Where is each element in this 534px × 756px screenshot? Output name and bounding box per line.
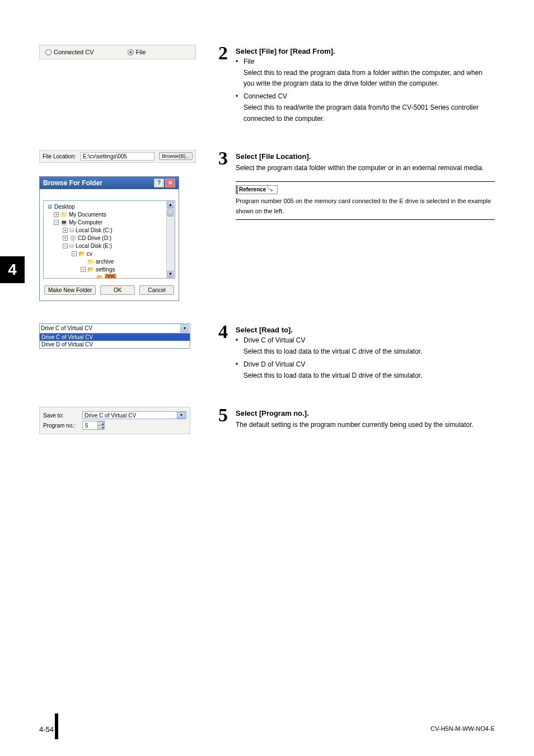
tree-desktop[interactable]: Desktop xyxy=(54,203,75,211)
save-to-panel: Save to: Drive C of Virtual CV ▾ Program… xyxy=(39,407,190,434)
reference-text: Program number 005 on the memory card co… xyxy=(236,196,495,216)
reference-arrow-icon xyxy=(267,186,275,194)
tree-drive-c[interactable]: Local Disk (C:) xyxy=(76,227,113,234)
footer-bar-icon xyxy=(55,713,58,739)
bullet-drive-c-name: Drive C of Virtual CV xyxy=(243,336,495,344)
tree-scrollbar[interactable]: ▲ ▼ xyxy=(166,201,175,278)
step-number-5: 5 xyxy=(218,407,228,434)
bullet-cv-desc: Select this to read/write the program da… xyxy=(243,102,495,124)
cd-icon: 💿 xyxy=(69,234,76,242)
step-5-row: Save to: Drive C of Virtual CV ▾ Program… xyxy=(39,407,495,434)
doc-id: CV-H5N-M-WW-NO4-E xyxy=(430,725,495,734)
expand-icon[interactable]: + xyxy=(63,228,68,233)
ok-button[interactable]: OK xyxy=(100,285,135,295)
step-4-row: Drive C of Virtual CV ▾ Drive C of Virtu… xyxy=(39,323,495,384)
step-number-3: 3 xyxy=(218,150,228,301)
dialog-titlebar: Browse For Folder ? ✕ xyxy=(40,177,179,189)
drive-icon: ⛁ xyxy=(69,227,74,234)
read-to-dropdown[interactable]: Drive C of Virtual CV ▾ Drive C of Virtu… xyxy=(39,323,190,349)
file-location-input[interactable]: E:\cv\settings\005 xyxy=(81,152,154,161)
collapse-icon[interactable]: − xyxy=(63,243,68,248)
reference-box: Reference Program number 005 on the memo… xyxy=(236,181,495,220)
step-2-row: Connected CV File 2 Select [File] for [R… xyxy=(39,45,495,128)
save-to-value: Drive C of Virtual CV xyxy=(85,412,136,419)
dropdown-current: Drive C of Virtual CV xyxy=(41,325,92,331)
bullet-dot: • xyxy=(236,336,243,344)
scroll-thumb[interactable] xyxy=(167,209,174,217)
step-number-2: 2 xyxy=(218,45,228,128)
cancel-button[interactable]: Cancel xyxy=(139,285,174,295)
bullet-drive-d-desc: Select this to load data to the virtual … xyxy=(243,370,495,381)
dialog-title: Browse For Folder xyxy=(43,179,102,187)
chevron-down-icon[interactable]: ▾ xyxy=(180,325,189,332)
collapse-icon[interactable]: − xyxy=(72,251,77,256)
drive-icon: ⛁ xyxy=(69,242,74,250)
tree-settings[interactable]: settings xyxy=(96,266,115,274)
expand-icon[interactable]: + xyxy=(54,212,59,217)
folder-open-icon: 📂 xyxy=(78,250,85,258)
bullet-drive-c-desc: Select this to load data to the virtual … xyxy=(243,346,495,357)
make-new-folder-button[interactable]: Make New Folder xyxy=(44,285,96,295)
tree-mycomp[interactable]: My Computer xyxy=(69,219,102,227)
spin-up-icon[interactable]: ▴ xyxy=(97,421,104,425)
radio-connected-cv[interactable]: Connected CV xyxy=(45,49,94,55)
radio-label-connected-cv: Connected CV xyxy=(54,49,94,55)
folder-icon: 📁 xyxy=(60,211,67,219)
help-icon[interactable]: ? xyxy=(154,179,164,187)
step-2-title: Select [File] for [Read From]. xyxy=(236,47,495,55)
tree-mydocs[interactable]: My Documents xyxy=(69,211,106,219)
bullet-cv-name: Connected CV xyxy=(243,92,495,100)
tree-cv[interactable]: cv xyxy=(87,250,92,258)
scroll-up-icon[interactable]: ▲ xyxy=(167,201,174,208)
read-from-radio-panel: Connected CV File xyxy=(39,45,196,59)
save-to-select[interactable]: Drive C of Virtual CV ▾ xyxy=(82,411,186,419)
dropdown-option-drive-d[interactable]: Drive D of Virtual CV xyxy=(40,341,190,348)
tree-drive-d[interactable]: CD Drive (D:) xyxy=(78,234,111,242)
radio-label-file: File xyxy=(136,49,146,55)
file-location-row: File Location: E:\cv\settings\005 Browse… xyxy=(39,150,196,163)
page-number: 4-54 xyxy=(39,725,54,734)
program-no-value: 5 xyxy=(85,422,88,429)
program-no-spinner[interactable]: 5 ▴ ▾ xyxy=(82,421,105,430)
browse-folder-dialog: Browse For Folder ? ✕ 🖥 Desktop +📁 My Do… xyxy=(39,176,179,301)
radio-icon-checked xyxy=(128,49,134,55)
tree-selected-005[interactable]: 005 xyxy=(105,274,116,279)
tree-archive[interactable]: archive xyxy=(96,258,114,266)
collapse-icon[interactable]: − xyxy=(81,267,86,272)
reference-label: Reference xyxy=(236,185,278,194)
bullet-file-desc: Select this to read the program data fro… xyxy=(243,68,495,89)
program-no-label: Program no.: xyxy=(43,422,77,429)
browse-button[interactable]: Browse(B)... xyxy=(159,152,193,160)
folder-open-icon: 📂 xyxy=(87,266,94,274)
step-4-title: Select [Read to]. xyxy=(236,326,495,334)
bullet-drive-d-name: Drive D of Virtual CV xyxy=(243,360,495,368)
bullet-dot: • xyxy=(236,92,243,100)
bullet-file-name: File xyxy=(243,58,495,65)
step-5-desc: The default setting is the program numbe… xyxy=(236,420,495,430)
step-3-row: File Location: E:\cv\settings\005 Browse… xyxy=(39,150,495,301)
scroll-down-icon[interactable]: ▼ xyxy=(167,271,174,278)
computer-icon: 💻 xyxy=(60,219,67,227)
file-location-label: File Location: xyxy=(43,153,76,159)
close-icon[interactable]: ✕ xyxy=(165,179,175,187)
step-3-desc: Select the program data folder within th… xyxy=(236,163,495,173)
chevron-down-icon[interactable]: ▾ xyxy=(177,412,185,419)
folder-icon: 📁 xyxy=(87,258,94,266)
collapse-icon[interactable]: − xyxy=(54,220,59,225)
expand-icon[interactable]: + xyxy=(63,236,68,241)
radio-icon-unchecked xyxy=(45,49,51,55)
save-to-label: Save to: xyxy=(43,412,77,419)
step-number-4: 4 xyxy=(218,323,228,384)
bullet-dot: • xyxy=(236,360,243,368)
dropdown-option-drive-c[interactable]: Drive C of Virtual CV xyxy=(40,334,190,341)
step-5-title: Select [Program no.]. xyxy=(236,409,495,417)
folder-tree[interactable]: 🖥 Desktop +📁 My Documents −💻 My Computer… xyxy=(43,200,175,279)
folder-open-icon: 📂 xyxy=(96,274,103,279)
step-3-title: Select [File Location]. xyxy=(236,152,495,161)
spin-down-icon[interactable]: ▾ xyxy=(97,425,104,429)
tree-drive-e[interactable]: Local Disk (E:) xyxy=(76,242,112,250)
desktop-icon: 🖥 xyxy=(47,203,53,211)
page-footer: 4-54 CV-H5N-M-WW-NO4-E xyxy=(39,725,495,734)
radio-file[interactable]: File xyxy=(128,49,146,55)
bullet-dot: • xyxy=(236,58,243,65)
